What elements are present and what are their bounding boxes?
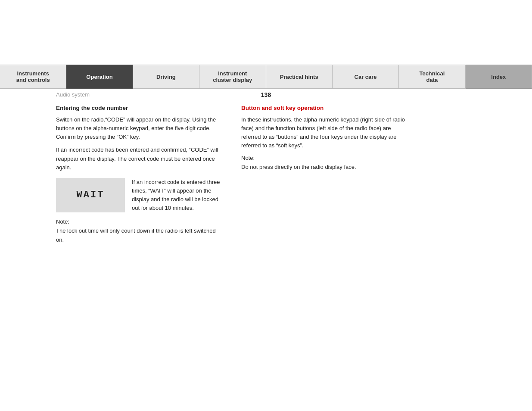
tab-driving[interactable]: Driving (133, 65, 199, 89)
tab-car-care-label: Car care (355, 74, 377, 80)
tab-technical-data-label: Technical data (419, 70, 445, 83)
right-note-label: Note: (241, 155, 409, 161)
left-note-text: The lock out time will only count down i… (56, 227, 224, 244)
left-column-title: Entering the code number (56, 105, 224, 111)
tab-operation[interactable]: Operation (66, 65, 133, 89)
tab-practical-hints-label: Practical hints (280, 74, 318, 80)
tab-driving-label: Driving (156, 74, 176, 80)
tab-operation-label: Operation (86, 74, 112, 80)
content-area: Entering the code number Switch on the r… (0, 100, 532, 253)
page-number: 138 (261, 91, 271, 98)
left-column-para1: Switch on the radio.“CODE” will appear o… (56, 115, 224, 141)
right-column-title: Button and soft key operation (241, 105, 409, 111)
left-note-label: Note: (56, 218, 224, 225)
right-column-para1: In these instructions, the alpha-numeric… (241, 115, 409, 150)
tab-technical-data[interactable]: Technical data (399, 65, 465, 89)
tab-instrument-cluster-display[interactable]: Instrument cluster display (199, 65, 266, 89)
right-note-text: Do not press directly on the radio displ… (241, 163, 409, 171)
section-label: Audio system (56, 91, 90, 98)
tab-index[interactable]: Index (466, 65, 532, 89)
right-column: Button and soft key operation In these i… (241, 105, 409, 244)
left-column: Entering the code number Switch on the r… (56, 105, 224, 244)
tab-practical-hints[interactable]: Practical hints (266, 65, 333, 89)
tab-instruments-and-controls-label: Instruments and controls (16, 70, 50, 83)
wait-display-text: WAIT (77, 190, 105, 200)
wait-description: If an incorrect code is entered three ti… (132, 178, 224, 213)
tab-instrument-cluster-label: Instrument cluster display (213, 70, 252, 83)
page-header: Audio system 138 (0, 89, 532, 100)
tab-instruments-and-controls[interactable]: Instruments and controls (0, 65, 66, 89)
wait-display-box: WAIT (56, 178, 125, 212)
left-column-para2: If an incorrect code has been entered an… (56, 146, 224, 171)
tab-car-care[interactable]: Car care (333, 65, 399, 89)
tab-index-label: Index (491, 74, 506, 80)
wait-display-row: WAIT If an incorrect code is entered thr… (56, 178, 224, 213)
navigation-bar: Instruments and controls Operation Drivi… (0, 65, 532, 89)
